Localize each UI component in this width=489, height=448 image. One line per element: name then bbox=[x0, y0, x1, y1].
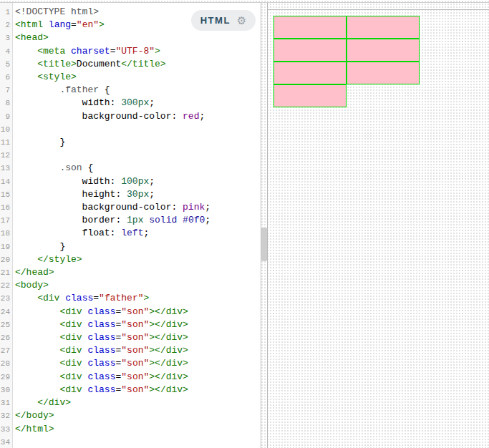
token-plain: ; bbox=[205, 215, 210, 225]
token-str: "en" bbox=[77, 19, 99, 30]
token-plain bbox=[15, 332, 59, 343]
token-plain bbox=[15, 306, 59, 317]
code-line-text: border: 1px solid #0f0; bbox=[15, 214, 210, 227]
line-number: 3 bbox=[0, 31, 12, 44]
token-plain bbox=[43, 19, 49, 30]
code-line-text: <div class="son"></div> bbox=[15, 331, 188, 344]
code-line: 34 bbox=[0, 436, 261, 448]
code-line: 6 <style> bbox=[0, 71, 261, 84]
token-plain: } bbox=[15, 241, 65, 252]
token-num: 100px bbox=[121, 176, 149, 187]
token-attr: class bbox=[87, 319, 115, 330]
code-line-text: <title>Document</title> bbox=[15, 58, 166, 71]
son-box bbox=[273, 16, 347, 39]
code-line-text: .son { bbox=[15, 162, 93, 175]
token-plain: ; bbox=[143, 228, 149, 238]
code-area[interactable]: 1<!DOCTYPE html>2<html lang="en">3<head>… bbox=[0, 6, 261, 448]
line-number: 25 bbox=[0, 318, 12, 331]
line-number: 31 bbox=[0, 396, 12, 409]
line-number: 12 bbox=[0, 149, 12, 162]
line-number: 2 bbox=[0, 19, 12, 31]
line-number: 21 bbox=[0, 266, 12, 279]
pane-divider-handle[interactable] bbox=[261, 228, 267, 261]
token-plain bbox=[65, 46, 71, 57]
line-number: 22 bbox=[0, 279, 12, 292]
jsfiddle-window: { "editor_panel": { "badge": { "label": … bbox=[0, 0, 489, 448]
token-attr: charset bbox=[71, 46, 110, 57]
code-line-text: background-color: pink; bbox=[15, 201, 210, 214]
line-number: 24 bbox=[0, 306, 12, 318]
token-attr: class bbox=[87, 345, 115, 356]
code-line-text: </body> bbox=[15, 409, 54, 422]
token-tag: > bbox=[99, 19, 105, 30]
panel-type-label: HTML bbox=[200, 15, 231, 26]
code-line: 14 width: 100px; bbox=[0, 175, 261, 188]
token-str: "son" bbox=[121, 345, 149, 356]
line-number: 32 bbox=[0, 409, 12, 422]
token-plain bbox=[15, 59, 37, 69]
html-editor-pane[interactable]: 1<!DOCTYPE html>2<html lang="en">3<head>… bbox=[0, 3, 261, 448]
token-plain: background-color: bbox=[15, 111, 183, 122]
token-plain: { bbox=[82, 162, 94, 173]
token-tag: <body> bbox=[15, 280, 49, 291]
token-tag: > bbox=[144, 293, 150, 303]
line-number: 27 bbox=[0, 344, 12, 357]
code-line-text: <meta charset="UTF-8"> bbox=[15, 45, 160, 58]
line-number: 17 bbox=[0, 214, 12, 227]
panel-type-badge: HTML ⚙ bbox=[191, 10, 256, 31]
line-number: 16 bbox=[0, 201, 12, 214]
line-number: 8 bbox=[0, 97, 12, 109]
code-line-text: <style> bbox=[15, 71, 77, 84]
token-plain: = bbox=[93, 293, 99, 303]
token-tag: ></div> bbox=[149, 371, 188, 382]
code-line-text: </style> bbox=[15, 253, 82, 266]
code-line: 15 height: 30px; bbox=[0, 188, 261, 201]
code-line: 12 bbox=[0, 149, 261, 162]
son-box bbox=[347, 62, 420, 84]
token-plain: ; bbox=[199, 111, 205, 122]
code-line: 24 <div class="son"></div> bbox=[0, 306, 261, 318]
token-plain bbox=[15, 162, 59, 173]
token-plain: } bbox=[15, 137, 65, 147]
code-line: 3<head> bbox=[0, 31, 261, 44]
token-plain bbox=[15, 358, 59, 369]
token-attr: lang bbox=[49, 19, 71, 30]
token-tag: </style> bbox=[37, 254, 82, 265]
code-line-text: <div class="son"></div> bbox=[15, 371, 188, 384]
line-number: 33 bbox=[0, 423, 12, 436]
code-line-text: height: 30px; bbox=[15, 188, 155, 201]
token-tag: <title> bbox=[37, 59, 77, 69]
token-plain bbox=[177, 215, 183, 225]
code-line-text: width: 100px; bbox=[15, 175, 155, 188]
code-line: 7 .father { bbox=[0, 84, 261, 97]
code-line: 21</head> bbox=[0, 266, 261, 279]
code-line: 8 width: 300px; bbox=[0, 97, 261, 109]
line-number: 15 bbox=[0, 188, 12, 201]
token-tag: <div bbox=[59, 306, 82, 317]
line-number: 26 bbox=[0, 331, 12, 344]
code-line-text: <div class="son"></div> bbox=[15, 357, 188, 370]
line-number: 29 bbox=[0, 371, 12, 384]
token-num: 1px bbox=[127, 215, 143, 225]
code-line: 18 float: left; bbox=[0, 227, 261, 240]
token-plain bbox=[15, 397, 37, 408]
panel-settings-gear-icon[interactable]: ⚙ bbox=[237, 15, 246, 26]
line-number: 5 bbox=[0, 58, 12, 71]
token-tag: <div bbox=[59, 345, 82, 356]
token-plain: background-color: bbox=[15, 202, 183, 213]
token-plain: = bbox=[71, 19, 77, 30]
code-line-text: } bbox=[15, 136, 65, 149]
token-tag: </title> bbox=[121, 59, 165, 69]
token-plain: width: bbox=[15, 176, 121, 187]
token-plain bbox=[15, 254, 37, 265]
code-line-text: <div class="son"></div> bbox=[15, 384, 188, 396]
token-tag: </body> bbox=[15, 410, 54, 421]
token-plain bbox=[15, 319, 59, 330]
code-line: 27 <div class="son"></div> bbox=[0, 344, 261, 357]
token-atom: left bbox=[121, 228, 143, 238]
line-number: 4 bbox=[0, 45, 12, 58]
token-tag: <div bbox=[59, 384, 82, 395]
code-line-text: } bbox=[15, 240, 65, 253]
code-line: 29 <div class="son"></div> bbox=[0, 371, 261, 384]
line-number: 23 bbox=[0, 292, 12, 305]
